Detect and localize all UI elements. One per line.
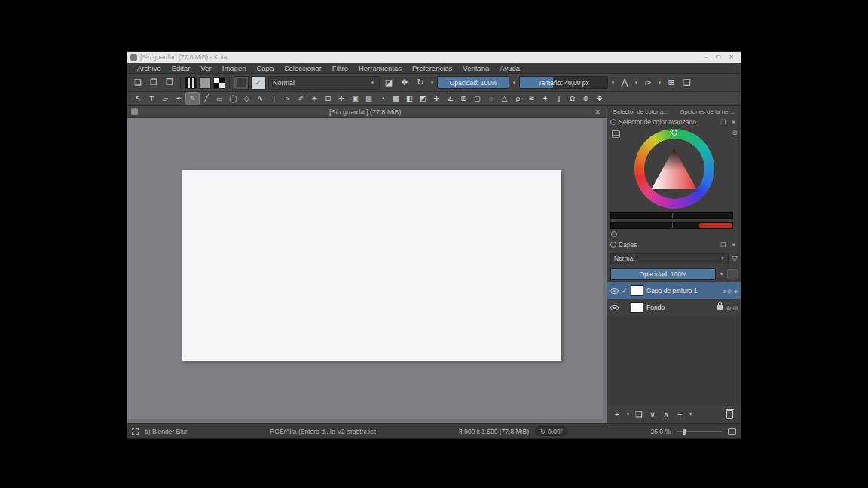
document-subwindow-titlebar[interactable]: [Sin guardar] (77,8 MiB) ✕ (127, 106, 607, 118)
foreground-background-colors[interactable] (213, 77, 225, 89)
move-layer-down-button[interactable]: ∨ (647, 408, 658, 420)
preserve-alpha-button[interactable]: ❖ (398, 76, 411, 90)
chevron-down-icon[interactable]: ▾ (719, 271, 724, 277)
layer-badges[interactable]: α ⊘ ◈ (722, 288, 738, 294)
zoom-tool[interactable]: ⊕ (579, 93, 592, 105)
menu-editar[interactable]: Editar (167, 63, 196, 74)
choose-brush-preset-button[interactable]: ✓ (251, 76, 266, 90)
reference-images-tool[interactable]: ⊞ (457, 93, 470, 105)
blending-mode-dropdown[interactable]: Normal ▾ (268, 76, 380, 90)
layer-blending-mode-dropdown[interactable]: Normal ▾ (610, 253, 729, 264)
duplicate-layer-button[interactable]: ❏ (634, 408, 644, 420)
move-tool[interactable]: ✛ (335, 93, 348, 105)
canvas-rotation-widget[interactable]: ↻ 0,00° (535, 426, 568, 436)
maximize-button[interactable]: ▢ (712, 52, 726, 63)
chevron-down-icon[interactable]: ▾ (634, 80, 639, 86)
gear-icon[interactable]: ⊛ (732, 129, 738, 136)
minimize-button[interactable]: – (701, 52, 711, 63)
freehand-brush-tool[interactable]: ✎ (186, 93, 199, 105)
choose-workspace-button[interactable]: ❑ (680, 76, 694, 90)
transform-tool[interactable]: ⊡ (322, 93, 335, 105)
canvas-scrollbar-vertical[interactable] (603, 118, 607, 423)
canvas-scrollbar-horizontal[interactable] (127, 419, 603, 423)
layer-properties-button[interactable]: ≡ (674, 408, 685, 420)
line-tool[interactable]: ╱ (200, 93, 212, 105)
freehand-select-tool[interactable]: ϱ (512, 93, 524, 105)
text-tool[interactable]: T (145, 93, 158, 105)
float-docker-icon[interactable]: ❐ (719, 119, 727, 126)
save-document-button[interactable]: ❒ (163, 76, 176, 90)
ellipse-select-tool[interactable]: ◌ (484, 93, 497, 105)
layer-name[interactable]: Capa de pintura 1 (646, 287, 719, 294)
dynamic-brush-tool[interactable]: ✐ (295, 93, 307, 105)
transform-shapes-tool[interactable]: ↖ (132, 93, 145, 105)
magnetic-select-tool[interactable]: Ω (566, 93, 579, 105)
layer-lock-icon[interactable] (717, 305, 723, 310)
selection-mode-icon[interactable] (132, 428, 139, 435)
chevron-down-icon[interactable]: ▾ (657, 80, 662, 86)
pattern-edit-tool[interactable]: ▦ (390, 93, 402, 105)
mirror-horizontal-button[interactable]: ⋀ (618, 76, 631, 90)
delete-layer-button[interactable] (726, 410, 733, 419)
zoom-slider-knob[interactable] (683, 429, 686, 435)
add-layer-button[interactable]: + (612, 408, 622, 420)
opacity-slider[interactable]: Opacidad: 100% (437, 76, 509, 89)
bezier-select-tool[interactable]: ʆ (552, 93, 565, 105)
measure-tool[interactable]: ∠ (444, 93, 457, 105)
filter-layers-icon[interactable]: ▽ (732, 255, 738, 263)
polygon-select-tool[interactable]: △ (498, 93, 511, 105)
color-selector-header[interactable]: Selector de color avanzado ❐ ✕ (607, 117, 741, 127)
layer-name[interactable]: Fondo (646, 303, 714, 311)
zoom-level-label[interactable]: 25,0 % (651, 428, 671, 435)
advanced-color-selector[interactable]: ⊛ (607, 127, 741, 239)
calligraphy-tool[interactable]: ✒ (173, 93, 185, 105)
layer-view-options-button[interactable] (727, 269, 738, 279)
pattern-chooser-button[interactable] (199, 77, 211, 89)
menu-preferencias[interactable]: Preferencias (407, 63, 457, 74)
enclose-fill-tool[interactable]: ◩ (417, 93, 429, 105)
menu-seleccionar[interactable]: Seleccionar (279, 63, 327, 74)
rect-select-tool[interactable]: ▢ (471, 93, 484, 105)
zoom-slider[interactable] (677, 431, 722, 432)
similar-select-tool[interactable]: ≋ (525, 93, 538, 105)
polygon-tool[interactable]: ◇ (240, 93, 253, 105)
window-titlebar[interactable]: [Sin guardar] (77,8 MiB) - Krita – ▢ ✕ (127, 52, 741, 63)
assistants-tool[interactable]: ✢ (430, 93, 443, 105)
polyline-tool[interactable]: ∿ (254, 93, 267, 105)
menu-imagen[interactable]: Imagen (217, 63, 252, 74)
rectangle-tool[interactable]: ▭ (213, 93, 226, 105)
layer-visibility-icon[interactable] (610, 305, 619, 310)
current-color-swatch[interactable] (699, 223, 732, 228)
canvas-viewport[interactable] (127, 118, 607, 423)
mirror-vertical-button[interactable]: ⊳ (641, 76, 655, 90)
layer-opacity-slider[interactable]: Opacidad: 100% (610, 268, 716, 280)
new-document-button[interactable]: ❏ (131, 76, 145, 90)
shade-selector-strip-1[interactable] (610, 212, 733, 219)
gradient-chooser-button[interactable] (185, 77, 197, 89)
gradient-tool[interactable]: ▤ (362, 93, 375, 105)
hue-marker[interactable] (671, 130, 677, 136)
tab-color-selector[interactable]: Selector de color a... (607, 108, 674, 115)
freehand-path-tool[interactable]: ≈ (281, 93, 294, 105)
brush-size-slider[interactable]: Tamaño: 40,00 px (519, 76, 608, 89)
wrap-around-mode-button[interactable]: ⊞ (665, 76, 678, 90)
layers-header[interactable]: Capas ❐ ✕ (607, 239, 741, 251)
document-canvas[interactable] (182, 170, 561, 361)
eraser-mode-button[interactable]: ◪ (382, 76, 396, 90)
shade-selector-strip-2[interactable] (610, 222, 733, 229)
layer-row-capa-de-pintura-1[interactable]: ✓ Capa de pintura 1 α ⊘ ◈ (607, 282, 741, 299)
hue-ring[interactable] (634, 129, 714, 209)
current-brush-name[interactable]: b) Blender Blur (145, 428, 188, 435)
layer-thumbnail[interactable] (631, 302, 643, 313)
color-history-toggle-icon[interactable] (611, 231, 617, 237)
layer-visibility-icon[interactable] (610, 288, 619, 294)
open-document-button[interactable]: ❐ (147, 76, 160, 90)
float-docker-icon[interactable]: ❐ (719, 242, 727, 249)
color-sampler-tool[interactable]: ◔ (376, 93, 389, 105)
close-docker-icon[interactable]: ✕ (729, 242, 738, 249)
fit-canvas-icon[interactable] (728, 428, 736, 435)
layer-thumbnail[interactable] (631, 285, 643, 296)
close-docker-icon[interactable]: ✕ (729, 119, 738, 126)
chevron-down-icon[interactable]: ▾ (688, 411, 693, 417)
display-settings-icon[interactable] (612, 130, 620, 138)
